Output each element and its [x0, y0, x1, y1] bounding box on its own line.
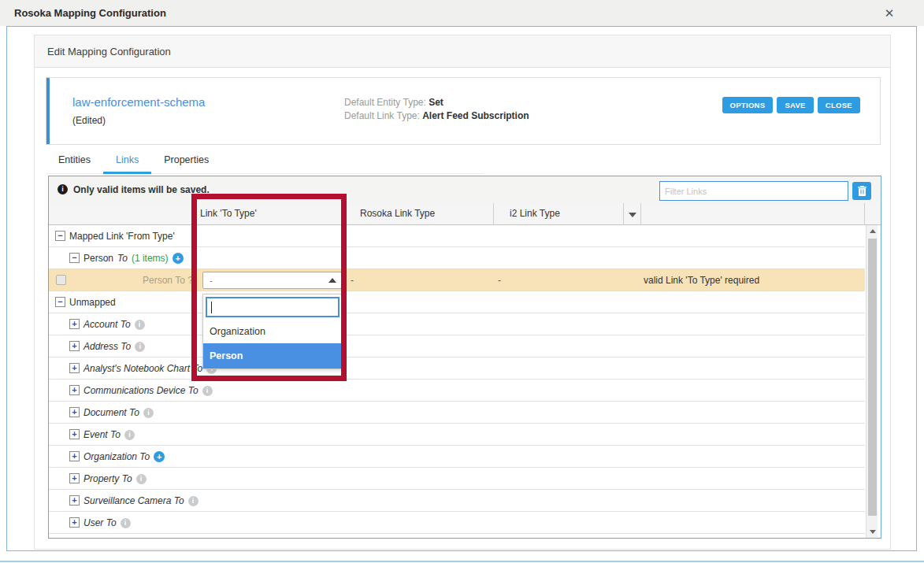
chevron-up-icon	[328, 278, 336, 283]
dropdown-option-person[interactable]: Person	[203, 343, 342, 369]
info-icon	[143, 408, 154, 418]
expand-icon[interactable]	[69, 341, 80, 351]
add-icon[interactable]	[154, 451, 165, 462]
table-row[interactable]: Unmapped	[49, 291, 865, 313]
table-row[interactable]: Mapped Link 'From Type'	[49, 225, 865, 247]
i2-value: -	[498, 275, 501, 286]
to-type-dropdown: Organization Person	[202, 294, 343, 369]
table-row[interactable]: Communications Device To	[49, 380, 865, 402]
panel-heading: Edit Mapping Configuration	[47, 46, 171, 57]
info-icon	[135, 342, 145, 352]
options-button[interactable]: OPTIONS	[722, 97, 774, 113]
text-cursor	[211, 302, 212, 313]
table-row[interactable]: Surveillance Camera To	[49, 490, 865, 512]
dropdown-search-input[interactable]	[206, 297, 340, 317]
select-value: -	[210, 276, 213, 285]
collapse-icon[interactable]	[69, 253, 80, 263]
message-column-header	[641, 203, 865, 225]
info-icon	[124, 430, 135, 440]
tree-column-header	[49, 203, 196, 225]
link-from-name: Person	[83, 253, 113, 264]
scrollbar-thumb[interactable]	[868, 239, 877, 516]
schema-status: (Edited)	[72, 115, 106, 126]
chevron-down-icon	[629, 213, 636, 217]
schema-card: law-enforcement-schema (Edited) Default …	[46, 77, 881, 145]
schema-defaults: Default Entity Type: Set Default Link Ty…	[344, 96, 529, 123]
link-type-label: Surveillance Camera To	[83, 495, 184, 506]
expand-icon[interactable]	[69, 363, 80, 373]
rosoka-link-type-column-header[interactable]: Rosoka Link Type	[346, 203, 494, 225]
i2-link-type-column-header[interactable]: i2 Link Type	[494, 203, 624, 225]
expand-icon[interactable]	[69, 473, 80, 483]
panel-header: Edit Mapping Configuration	[35, 35, 890, 68]
link-type-label: Account To	[83, 319, 131, 330]
info-icon	[135, 320, 145, 330]
expand-icon[interactable]	[69, 495, 80, 506]
to-type-select[interactable]: -	[202, 272, 343, 289]
collapse-icon[interactable]	[55, 297, 65, 307]
table-row[interactable]: Address To	[49, 335, 865, 357]
filter-links-input[interactable]	[659, 181, 848, 201]
link-type-label: Communications Device To	[83, 385, 199, 396]
table-row[interactable]: Account To	[49, 313, 865, 335]
scrollbar[interactable]	[866, 225, 878, 538]
column-chooser-button[interactable]	[624, 203, 641, 225]
expand-icon[interactable]	[69, 517, 80, 528]
table-row[interactable]: Event To	[49, 424, 865, 446]
link-type-label: Address To	[83, 341, 131, 352]
save-button[interactable]: SAVE	[777, 97, 813, 113]
schema-name[interactable]: law-enforcement-schema	[72, 95, 205, 109]
default-entity-type: Default Entity Type: Set	[344, 96, 529, 109]
group-label: Unmapped	[69, 297, 116, 308]
dialog-panel: Edit Mapping Configuration law-enforceme…	[6, 26, 917, 551]
table-row-invalid[interactable]: Person To ? - - - valid Link 'To Type' r…	[49, 269, 865, 291]
collapse-icon[interactable]	[55, 231, 65, 241]
group-label: Mapped Link 'From Type'	[69, 231, 175, 242]
default-link-type: Default Link Type: Alert Feed Subscripti…	[344, 109, 529, 123]
table-row[interactable]: Document To	[49, 402, 865, 424]
table-row[interactable]: User To	[49, 512, 865, 534]
dropdown-option-organization[interactable]: Organization	[203, 320, 342, 343]
window-titlebar: Rosoka Mapping Configuration	[0, 0, 924, 26]
scroll-down-icon[interactable]	[866, 525, 878, 538]
trash-icon	[858, 186, 866, 196]
validation-message: valid Link 'To Type' required	[644, 275, 759, 286]
link-type-label: Analyst's Notebook Chart To	[83, 363, 202, 374]
table-row[interactable]: Analyst's Notebook Chart To	[49, 357, 865, 380]
info-icon	[188, 496, 199, 506]
link-type-label: Document To	[83, 407, 139, 418]
scroll-up-icon[interactable]	[866, 225, 878, 238]
expand-icon[interactable]	[69, 451, 80, 461]
link-type-label: Organization To	[83, 451, 150, 462]
invalid-link-label: Person To ?	[143, 275, 193, 286]
tab-properties[interactable]: Properties	[151, 151, 221, 173]
add-icon[interactable]	[173, 253, 184, 264]
close-button[interactable]: CLOSE	[818, 97, 860, 113]
notice-text: Only valid items will be saved.	[73, 184, 210, 195]
expand-icon[interactable]	[69, 407, 80, 417]
grid-toolbar: Only valid items will be saved.	[49, 176, 881, 203]
info-icon	[202, 386, 213, 396]
row-checkbox[interactable]	[56, 275, 66, 285]
bottom-divider	[0, 561, 924, 562]
delete-button[interactable]	[852, 182, 871, 200]
table-row[interactable]: Property To	[49, 468, 865, 490]
item-count: (1 items)	[132, 253, 169, 264]
table-row[interactable]: Organization To	[49, 446, 865, 468]
grid-header-row: Link 'To Type' Rosoka Link Type i2 Link …	[49, 203, 881, 225]
close-icon[interactable]	[881, 6, 897, 21]
accent-bar	[46, 78, 50, 144]
expand-icon[interactable]	[69, 429, 80, 439]
expand-icon[interactable]	[69, 319, 80, 329]
window-title: Rosoka Mapping Configuration	[14, 7, 166, 19]
tab-entities[interactable]: Entities	[46, 151, 103, 173]
to-type-column-header[interactable]: Link 'To Type'	[196, 203, 346, 225]
link-type-label: Property To	[83, 473, 132, 484]
link-type-label: Event To	[83, 429, 121, 440]
table-row[interactable]: Person To (1 items)	[49, 247, 865, 269]
tab-links[interactable]: Links	[103, 151, 151, 174]
edit-mapping-panel: Edit Mapping Configuration law-enforceme…	[34, 35, 891, 550]
info-icon	[136, 474, 147, 484]
expand-icon[interactable]	[69, 385, 80, 395]
tab-bar: Entities Links Properties	[46, 151, 484, 174]
